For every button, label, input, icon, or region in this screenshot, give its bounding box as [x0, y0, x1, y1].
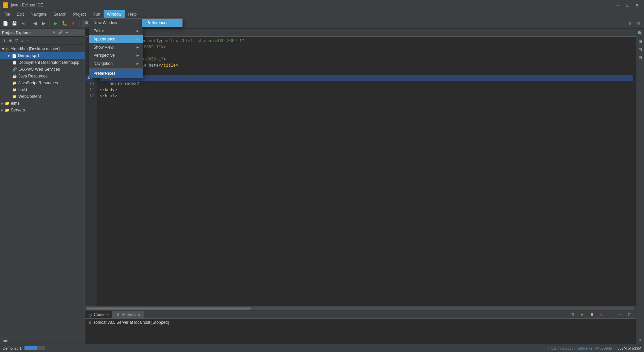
servers-tab-close[interactable]: ✕ — [138, 313, 140, 317]
tree-label-jax: JAX-WS Web Services — [18, 67, 60, 72]
menu-search[interactable]: Search — [50, 10, 70, 18]
sidebar-scroll-left[interactable]: ◀ — [3, 339, 5, 342]
title-bar: J java - Eclipse IDE ─ □ ✕ — [0, 0, 644, 10]
clear-console-btn[interactable]: 🗑 — [569, 311, 577, 318]
forward-button[interactable]: ▶ — [40, 20, 48, 27]
menu-edit[interactable]: Edit — [13, 10, 27, 18]
menu-navigate[interactable]: Navigate — [27, 10, 50, 18]
tree-item-elms[interactable]: ▶ 📁 elms — [0, 100, 85, 107]
menu-run[interactable]: Run — [89, 10, 104, 18]
tree-item-algorithm[interactable]: ▼ ▷ Algorithm [Desktop master] — [0, 46, 85, 52]
menu-appearance[interactable]: Appearance ▶ — [89, 35, 143, 43]
horizontal-scrollbar — [85, 306, 636, 310]
stop-button[interactable]: ■ — [69, 20, 77, 27]
view2-right-icon[interactable]: ⊟ — [637, 46, 644, 53]
sidebar-header-icons: ⇱ 🔗 ▼ ─ □ — [51, 30, 83, 35]
print-button[interactable]: 🖨 — [19, 20, 27, 27]
separator-1 — [29, 20, 29, 27]
sidebar: Project Explorer ⇱ 🔗 ▼ ─ □ ⇪ ⊕ ▽ ≡ ⋯ ▼ ▷… — [0, 29, 85, 344]
link-editor-icon[interactable]: 🔗 — [58, 30, 63, 35]
collapse-all-icon[interactable]: ⇱ — [51, 30, 57, 35]
sidebar-bottom: ◀ ▶ — [0, 337, 85, 344]
menu-project[interactable]: Project — [70, 10, 89, 18]
project-icon: ▷ — [6, 47, 9, 51]
menu-editor[interactable]: Editor ▶ — [89, 27, 143, 35]
separator-2 — [50, 20, 50, 27]
minimize-right-icon[interactable]: ▲ — [637, 336, 644, 342]
code-line-12: </html> — [100, 93, 633, 99]
submenu-preferences[interactable]: Preferences — [142, 19, 182, 27]
window-title: java - Eclipse IDE — [11, 3, 43, 7]
menu-file[interactable]: File — [0, 10, 13, 18]
jax-icon: 🔗 — [12, 67, 17, 72]
console-minimize[interactable]: ─ — [616, 311, 624, 318]
sidebar-maximize-icon[interactable]: □ — [77, 30, 83, 35]
menu-window[interactable]: Window — [104, 10, 125, 18]
navigation-label: Navigation — [93, 61, 113, 66]
servers-tab-label: Servers — [122, 312, 136, 317]
play-btn[interactable]: ▶ — [578, 311, 586, 318]
search-right-icon[interactable]: 🔍 — [637, 30, 644, 37]
close-button[interactable]: ✕ — [633, 2, 641, 8]
code-line-partial2: encoding="ISO-8859-1"%> — [100, 44, 633, 50]
perspective-label: Perspective — [93, 53, 115, 58]
debug-button[interactable]: 🐛 — [60, 20, 69, 27]
tree-item-deployment[interactable]: 📋 Deployment Descriptor: Demo.jsp — [0, 59, 85, 66]
view-button[interactable]: ⊟ — [634, 20, 643, 27]
menu-navigation[interactable]: Navigation ▶ — [89, 59, 143, 68]
code-content[interactable]: language="java" contentType="text/html; … — [97, 37, 636, 306]
show-view-label: Show View — [93, 45, 113, 50]
tree-item-java-resources[interactable]: ☕ Java Resources — [0, 73, 85, 80]
more-console-btn[interactable]: ⋯ — [607, 311, 615, 318]
sidebar-toolbar-btn1[interactable]: ⇪ — [1, 38, 7, 43]
save-button[interactable]: 💾 — [10, 20, 18, 27]
server-status-line: 🖥 Tomcat v8.5 Server at localhost [Stopp… — [88, 320, 633, 325]
tree-item-servers[interactable]: ▶ 📁 Servers — [0, 107, 85, 113]
pause-btn[interactable]: ⏸ — [588, 311, 596, 318]
view1-right-icon[interactable]: ⊞ — [637, 38, 644, 45]
sidebar-minimize-icon[interactable]: ─ — [71, 30, 76, 35]
tab-console[interactable]: ▥ Console — [85, 311, 112, 318]
console-maximize[interactable]: □ — [626, 311, 634, 318]
sidebar-scroll-right[interactable]: ▶ — [5, 339, 8, 342]
new-button[interactable]: 📄 — [1, 20, 10, 27]
run-button[interactable]: ▶ — [52, 20, 60, 27]
menu-show-view[interactable]: Show View ▶ — [89, 43, 143, 51]
sidebar-toolbar: ⇪ ⊕ ▽ ≡ ⋯ — [0, 37, 85, 45]
build-icon: 📁 — [12, 88, 17, 92]
tree-item-webcontent[interactable]: 📁 WebContent — [0, 93, 85, 100]
code-line-7: <title>Insert title here</title> — [100, 63, 633, 69]
console-icon: ▥ — [88, 313, 92, 317]
tab-servers[interactable]: 🖥 Servers ✕ — [112, 311, 144, 318]
minimize-button[interactable]: ─ — [614, 2, 622, 8]
tree-item-demo-jsp[interactable]: ▼ 📄 Demo.jsp.1 — [0, 52, 85, 59]
tree-item-jax[interactable]: 🔗 JAX-WS Web Services — [0, 66, 85, 73]
scrollbar-thumb[interactable] — [86, 307, 251, 310]
menu-preferences[interactable]: Preferences — [89, 69, 143, 77]
menu-new-window[interactable]: New Window — [89, 19, 143, 27]
scrollbar-track[interactable] — [86, 307, 634, 310]
back-button[interactable]: ◀ — [31, 20, 39, 27]
tree-label-javascript: JavaScript Resources — [18, 81, 58, 85]
stop-console-btn[interactable]: ■ — [597, 311, 605, 318]
bottom-tabs: ▥ Console 🖥 Servers ✕ — [85, 310, 144, 318]
menu-help[interactable]: Help — [125, 10, 140, 18]
sidebar-toolbar-btn4[interactable]: ≡ — [20, 38, 25, 43]
restore-button[interactable]: □ — [624, 2, 632, 8]
view3-right-icon[interactable]: ⊠ — [637, 54, 644, 61]
sidebar-toolbar-btn3[interactable]: ▽ — [14, 38, 19, 43]
bottom-panel-header: ▥ Console 🖥 Servers ✕ 🗑 ▶ ⏸ ■ ⋯ ─ — [85, 310, 636, 319]
menu-perspective[interactable]: Perspective ▶ — [89, 51, 143, 59]
separator-3 — [79, 20, 79, 27]
sidebar-toolbar-btn5[interactable]: ⋯ — [26, 38, 31, 43]
code-line-8: </head> — [100, 69, 633, 75]
tree-label-demo-jsp: Demo.jsp.1 — [18, 53, 40, 58]
sidebar-toolbar-btn2[interactable]: ⊕ — [7, 38, 13, 43]
server-status-text: Tomcat v8.5 Server at localhost [Stopped… — [93, 320, 169, 325]
tree-item-build[interactable]: 📁 build — [0, 86, 85, 93]
title-bar-controls: ─ □ ✕ — [614, 2, 641, 8]
status-bar: Demo.jsp.1 https://blog.csdn.net/weixin_… — [0, 344, 644, 352]
perspective-button[interactable]: ⊞ — [626, 20, 634, 27]
tree-item-javascript[interactable]: 📁 JavaScript Resources — [0, 80, 85, 86]
view-menu-icon[interactable]: ▼ — [64, 30, 70, 35]
